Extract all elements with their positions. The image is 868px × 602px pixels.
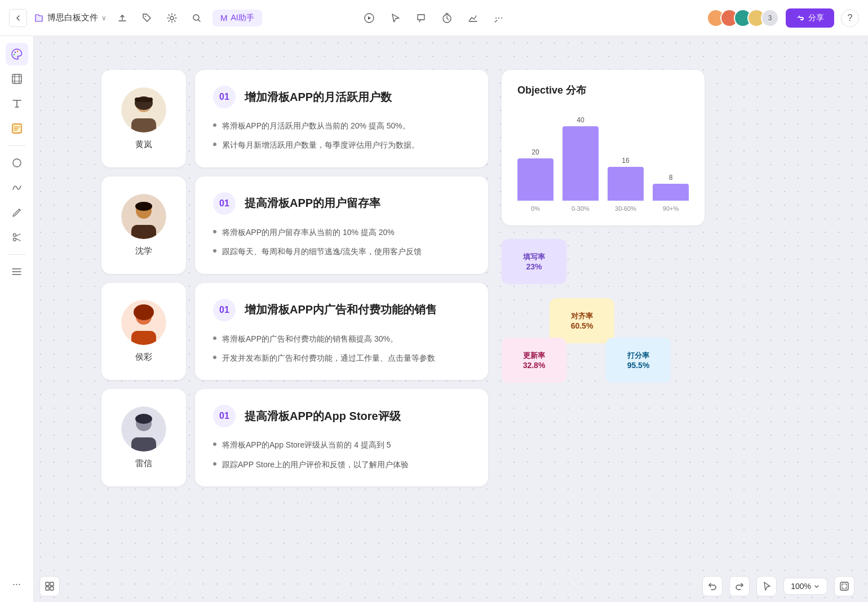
sidebar-item-curve[interactable] xyxy=(6,176,28,199)
obj-num-1: 01 xyxy=(213,86,236,108)
upload-button[interactable] xyxy=(113,9,131,27)
svg-point-32 xyxy=(135,414,152,424)
bar-rect-0 xyxy=(517,158,553,201)
sidebar-item-sticky[interactable] xyxy=(6,117,28,140)
sidebar-divider-2 xyxy=(8,254,26,255)
objective-card-3: 01 增加滑板APP内广告和付费功能的销售 将滑板APP的广告和付费功能的销售额… xyxy=(195,283,488,380)
left-sidebar: ··· xyxy=(0,36,34,602)
more-tools-button[interactable] xyxy=(490,10,507,26)
sidebar-item-list[interactable] xyxy=(6,260,28,283)
obj-num-4: 01 xyxy=(213,405,236,427)
bars-render: 2040168 xyxy=(517,110,689,201)
sidebar-item-circle[interactable] xyxy=(6,152,28,174)
svg-point-6 xyxy=(16,51,17,52)
sidebar-item-text[interactable] xyxy=(6,92,28,115)
bottom-left xyxy=(39,576,60,596)
tag-button[interactable] xyxy=(138,9,156,27)
obj-header-3: 01 增加滑板APP内广告和付费功能的销售 xyxy=(213,299,470,321)
avatar-shenxue xyxy=(121,194,166,239)
bullet-dot xyxy=(213,123,216,127)
file-title[interactable]: 博思白板文件 ∨ xyxy=(34,12,107,23)
timer-button[interactable] xyxy=(439,10,455,26)
obj-title-1: 增加滑板APP的月活跃用户数 xyxy=(245,90,392,105)
obj-bullet-2-1: 将滑板APP的用户留存率从当前的 10% 提高 20% xyxy=(213,226,470,238)
row-4: 雷信 01 提高滑板APP的App Store评级 将滑板APP的App Sto… xyxy=(101,389,488,486)
help-button[interactable]: ? xyxy=(841,9,859,27)
svg-point-15 xyxy=(12,274,14,275)
obj-bullet-text-4-2: 跟踪APP Store上的用户评价和反馈，以了解用户体验 xyxy=(222,458,409,471)
svg-point-5 xyxy=(14,52,15,53)
svg-rect-34 xyxy=(46,582,49,586)
bar-chart-container: 2040168 0%0-30%30-60%90+% xyxy=(517,110,689,212)
comment-button[interactable] xyxy=(413,10,429,26)
topbar-right: 3 分享 ? xyxy=(707,8,859,28)
pointer-button[interactable] xyxy=(756,576,777,596)
zoom-display[interactable]: 100% xyxy=(783,578,827,595)
svg-point-28 xyxy=(134,304,154,320)
svg-rect-27 xyxy=(131,331,156,345)
cursor-mode-button[interactable] xyxy=(387,10,404,26)
sidebar-item-scissors[interactable] xyxy=(6,226,28,249)
sidebar-item-palette[interactable] xyxy=(6,43,28,65)
ai-assistant-button[interactable]: M AI助手 xyxy=(212,10,262,26)
play-button[interactable] xyxy=(361,10,378,26)
obj-bullet-text-4-1: 将滑板APP的App Store评级从当前的 4 提高到 5 xyxy=(222,439,391,451)
fit-screen-button[interactable] xyxy=(834,576,854,596)
x-axis-labels: 0%0-30%30-60%90+% xyxy=(517,205,689,212)
svg-rect-8 xyxy=(12,74,21,83)
bar-value-2: 16 xyxy=(622,157,629,165)
grid-button[interactable] xyxy=(39,576,60,596)
row-3: 侯彩 01 增加滑板APP内广告和付费功能的销售 将滑板APP的广告和付费功能的… xyxy=(101,283,488,380)
obj-bullets-3: 将滑板APP的广告和付费功能的销售额提高 30%。 开发并发布新的广告和付费功能… xyxy=(213,333,470,365)
sticker-alignrate: 对齐率 60.5% xyxy=(550,298,614,343)
ai-label: AI助手 xyxy=(231,13,254,23)
chart-button[interactable] xyxy=(464,10,481,26)
sticker-fillrate-label: 填写率 xyxy=(523,252,545,262)
person-card-leixin: 雷信 xyxy=(101,389,186,486)
obj-title-4: 提高滑板APP的App Store评级 xyxy=(245,409,401,424)
row-2: 沈学 01 提高滑板APP的用户留存率 将滑板APP的用户留存率从当前的 10%… xyxy=(101,176,488,274)
svg-rect-36 xyxy=(46,587,49,590)
search-button[interactable] xyxy=(188,9,206,27)
svg-point-2 xyxy=(193,15,199,20)
canvas[interactable]: 黄岚 01 增加滑板APP的月活跃用户数 将滑板APP的月活跃用户数从当前的 2… xyxy=(34,36,868,602)
sidebar-item-frame[interactable] xyxy=(6,68,28,90)
back-button[interactable] xyxy=(9,9,27,27)
ai-icon: M xyxy=(220,13,228,23)
objective-card-2: 01 提高滑板APP的用户留存率 将滑板APP的用户留存率从当前的 10% 提高… xyxy=(195,176,488,274)
sticker-scorerate-label: 打分率 xyxy=(627,351,649,361)
sticker-scorerate: 打分率 95.5% xyxy=(606,338,671,383)
person-card-shenxue: 沈学 xyxy=(101,176,186,274)
bullet-dot xyxy=(213,249,216,253)
file-chevron-icon: ∨ xyxy=(101,14,107,22)
sidebar-item-pen[interactable] xyxy=(6,201,28,224)
person-card-houcai: 侯彩 xyxy=(101,283,186,380)
bar-rect-1 xyxy=(563,126,599,201)
undo-button[interactable] xyxy=(702,576,723,596)
bullet-dot xyxy=(213,442,216,446)
bottom-bar: 100% xyxy=(0,570,868,602)
obj-bullets-2: 将滑板APP的用户留存率从当前的 10% 提高 20% 跟踪每天、每周和每月的细… xyxy=(213,226,470,258)
redo-button[interactable] xyxy=(729,576,750,596)
sticker-card: 填写率 23% 对齐率 60.5% 更新率 32.8% 打分率 95.5% xyxy=(502,239,705,397)
bar-col-0: 20 xyxy=(517,116,553,201)
obj-bullet-text-3-1: 将滑板APP的广告和付费功能的销售额提高 30%。 xyxy=(222,333,398,345)
svg-rect-31 xyxy=(131,437,156,452)
sticker-scorerate-value: 95.5% xyxy=(627,361,650,370)
svg-point-0 xyxy=(145,16,146,17)
obj-num-2: 01 xyxy=(213,192,236,215)
sticker-fillrate-value: 23% xyxy=(526,262,542,271)
settings-button[interactable] xyxy=(163,9,181,27)
obj-header-4: 01 提高滑板APP的App Store评级 xyxy=(213,405,470,427)
share-button[interactable]: 分享 xyxy=(786,8,834,28)
obj-title-3: 增加滑板APP内广告和付费功能的销售 xyxy=(245,302,437,317)
obj-header-1: 01 增加滑板APP的月活跃用户数 xyxy=(213,86,470,108)
obj-bullet-4-1: 将滑板APP的App Store评级从当前的 4 提高到 5 xyxy=(213,439,470,451)
share-label: 分享 xyxy=(808,13,824,23)
obj-bullet-4-2: 跟踪APP Store上的用户评价和反馈，以了解用户体验 xyxy=(213,458,470,471)
obj-bullets-4: 将滑板APP的App Store评级从当前的 4 提高到 5 跟踪APP Sto… xyxy=(213,439,470,471)
obj-title-2: 提高滑板APP的用户留存率 xyxy=(245,196,380,211)
sticker-updaterate-label: 更新率 xyxy=(523,351,545,361)
avatar-houcai xyxy=(121,300,166,345)
sticker-fillrate: 填写率 23% xyxy=(502,239,566,284)
